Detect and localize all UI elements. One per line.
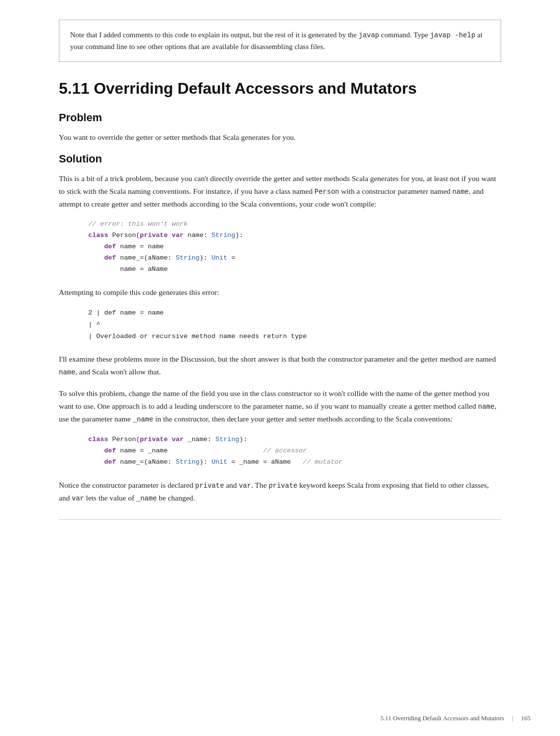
note-code2: javap -help (430, 31, 475, 39)
error-block: 2 | def name = name | ^ | Overloaded or … (88, 307, 501, 342)
page: Note that I added comments to this code … (0, 0, 560, 736)
solution-para5: Notice the constructor parameter is decl… (59, 479, 501, 504)
code-block-2: class Person(private var _name: String):… (88, 434, 501, 468)
solution-para1: This is a bit of a trick problem, becaus… (59, 172, 501, 210)
footer-section-ref: 5.11 Overriding Default Accessors and Mu… (381, 714, 504, 722)
problem-text: You want to override the getter or sette… (59, 131, 501, 144)
footer-page-number: 165 (521, 714, 531, 722)
code-line-4: def name_=(aName: String): Unit = (88, 253, 501, 264)
error-line-1: 2 | def name = name (88, 307, 501, 319)
solution-para3: I'll examine these problems more in the … (59, 353, 501, 378)
note-text2: command. Type (379, 31, 430, 39)
note-box: Note that I added comments to this code … (59, 20, 501, 62)
section-title: 5.11 Overriding Default Accessors and Mu… (59, 79, 501, 98)
note-code1: javap (358, 31, 379, 39)
code2-line-2: def name = _name // accessor (88, 446, 501, 457)
solution-para4: To solve this problem, change the name o… (59, 387, 501, 425)
footer-separator: | (512, 714, 513, 722)
solution-para2: Attempting to compile this code generate… (59, 286, 501, 299)
code-line-3: def name = name (88, 241, 501, 253)
solution-heading: Solution (59, 153, 501, 165)
code2-line-1: class Person(private var _name: String): (88, 434, 501, 446)
footer: 5.11 Overriding Default Accessors and Mu… (381, 714, 531, 722)
code-block-1: // error: this won't work class Person(p… (88, 219, 501, 275)
code-line-2: class Person(private var name: String): (88, 230, 501, 241)
problem-heading: Problem (59, 111, 501, 124)
error-line-3: | Overloaded or recursive method name ne… (88, 331, 501, 342)
error-line-2: | ^ (88, 319, 501, 331)
section-rule (59, 519, 501, 520)
code-line-5: name = aName (88, 264, 501, 275)
note-text: Note that I added comments to this code … (70, 31, 358, 39)
code2-line-3: def name_=(aName: String): Unit = _name … (88, 457, 501, 468)
code-line-comment: // error: this won't work (88, 219, 501, 230)
